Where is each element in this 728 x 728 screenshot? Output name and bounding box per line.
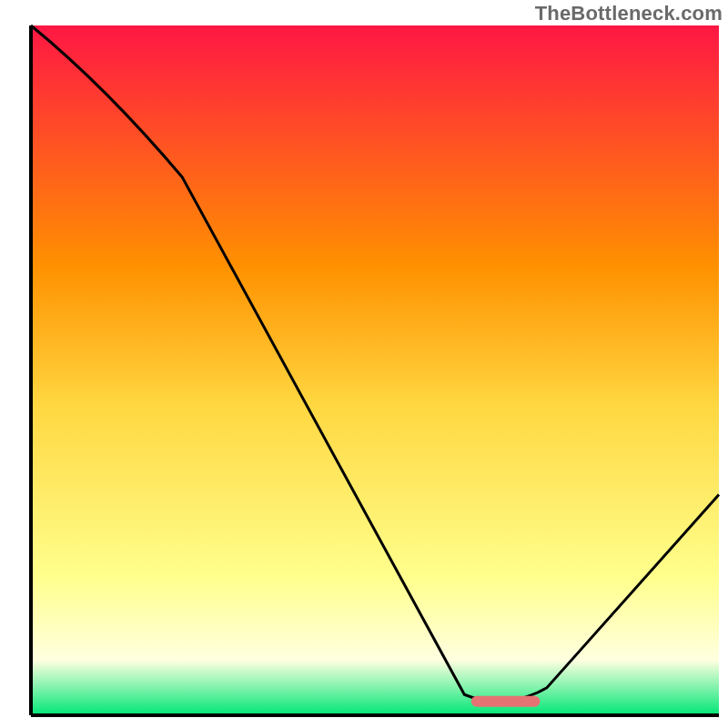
bottleneck-chart: [0, 0, 728, 728]
optimal-marker: [471, 696, 541, 707]
chart-root: { "watermark": "TheBottleneck.com", "col…: [0, 0, 728, 728]
